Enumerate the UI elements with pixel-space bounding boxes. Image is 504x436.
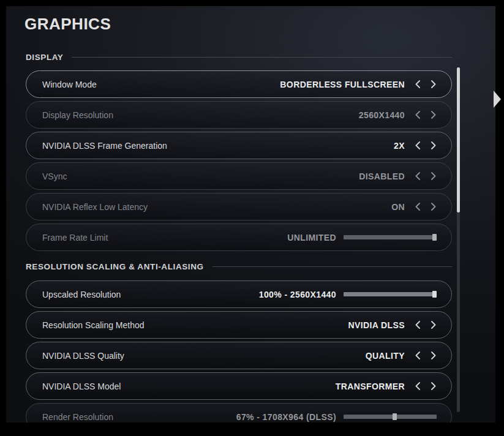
chevron-right-icon[interactable] <box>431 351 437 360</box>
setting-value: NVIDIA DLSS <box>348 320 405 330</box>
setting-value: QUALITY <box>366 351 405 361</box>
scrollbar[interactable] <box>457 67 460 412</box>
setting-label: Window Mode <box>42 80 97 89</box>
setting-row[interactable]: Frame Rate Limit UNLIMITED <box>26 224 452 251</box>
setting-label: NVIDIA DLSS Quality <box>42 351 124 361</box>
chevron-right-icon[interactable] <box>431 320 437 329</box>
chevron-left-icon[interactable] <box>415 351 421 360</box>
chevron-right-icon[interactable] <box>431 110 437 119</box>
chevron-left-icon[interactable] <box>415 171 421 181</box>
setting-control: BORDERLESS FULLSCREEN <box>280 80 437 89</box>
scrollbar-thumb[interactable] <box>457 67 460 212</box>
setting-row[interactable]: NVIDIA DLSS Model TRANSFORMER <box>26 372 452 400</box>
setting-label: Upscaled Resolution <box>42 290 121 299</box>
setting-value: 2560X1440 <box>359 110 405 120</box>
setting-label: Render Resolution <box>42 412 113 422</box>
section-title: DISPLAY <box>26 53 63 62</box>
setting-row[interactable]: Upscaled Resolution 100% - 2560X1440 <box>26 280 452 308</box>
setting-row[interactable]: Render Resolution 67% - 1708X964 (DLSS) <box>26 403 452 423</box>
chevron-left-icon[interactable] <box>415 110 421 119</box>
settings-panel: DISPLAY Window Mode BORDERLESS FULLSCREE… <box>26 52 452 423</box>
setting-control: 100% - 2560X1440 <box>259 290 437 299</box>
setting-value: DISABLED <box>359 171 405 181</box>
setting-row[interactable]: Resolution Scaling Method NVIDIA DLSS <box>26 311 452 339</box>
setting-value: BORDERLESS FULLSCREEN <box>280 80 405 89</box>
setting-row[interactable]: NVIDIA DLSS Frame Generation 2X <box>26 132 452 159</box>
chevron-right-icon[interactable] <box>431 171 437 181</box>
setting-control: TRANSFORMER <box>336 382 437 391</box>
setting-control: 2X <box>394 141 437 151</box>
setting-value: ON <box>391 202 405 212</box>
setting-row[interactable]: NVIDIA Reflex Low Latency ON <box>26 193 452 220</box>
setting-row[interactable]: Window Mode BORDERLESS FULLSCREEN <box>26 70 452 98</box>
slider-handle[interactable] <box>393 413 397 420</box>
setting-label: NVIDIA DLSS Model <box>42 382 121 391</box>
setting-slider[interactable] <box>344 235 437 239</box>
setting-control: UNLIMITED <box>287 233 437 242</box>
setting-control: NVIDIA DLSS <box>348 320 437 330</box>
settings-section: RESOLUTION SCALING & ANTI-ALIASING Upsca… <box>26 261 452 423</box>
setting-value: TRANSFORMER <box>336 382 405 391</box>
setting-control: 67% - 1708X964 (DLSS) <box>236 412 437 422</box>
setting-control: DISABLED <box>359 171 437 181</box>
setting-value: 2X <box>394 141 405 151</box>
setting-value: UNLIMITED <box>287 233 336 242</box>
setting-control: QUALITY <box>366 351 437 361</box>
setting-row[interactable]: Display Resolution 2560X1440 <box>26 101 452 129</box>
graphics-settings-screen: GRAPHICS DISPLAY Window Mode BORDERLESS … <box>6 6 495 423</box>
setting-value: 100% - 2560X1440 <box>259 290 336 299</box>
setting-label: NVIDIA DLSS Frame Generation <box>42 141 167 151</box>
section-divider <box>72 57 452 58</box>
chevron-right-icon[interactable] <box>431 382 437 391</box>
chevron-left-icon[interactable] <box>415 141 421 150</box>
chevron-right-icon[interactable] <box>431 202 437 211</box>
chevron-left-icon[interactable] <box>415 202 421 211</box>
chevron-right-icon[interactable] <box>431 141 437 150</box>
chevron-left-icon[interactable] <box>415 382 421 391</box>
setting-row[interactable]: NVIDIA DLSS Quality QUALITY <box>26 342 452 369</box>
chevron-left-icon[interactable] <box>415 80 421 89</box>
section-divider <box>213 266 452 267</box>
setting-control: 2560X1440 <box>359 110 437 120</box>
section-rows: Upscaled Resolution 100% - 2560X1440 Res… <box>26 280 452 423</box>
section-header: RESOLUTION SCALING & ANTI-ALIASING <box>26 261 452 271</box>
section-title: RESOLUTION SCALING & ANTI-ALIASING <box>26 262 204 271</box>
setting-label: VSync <box>42 171 67 181</box>
section-rows: Window Mode BORDERLESS FULLSCREEN Displa… <box>26 70 452 251</box>
slider-handle[interactable] <box>432 234 437 241</box>
chevron-right-icon[interactable] <box>431 80 437 89</box>
setting-row[interactable]: VSync DISABLED <box>26 162 452 190</box>
setting-control: ON <box>391 202 437 212</box>
setting-label: Frame Rate Limit <box>42 233 108 242</box>
setting-label: Display Resolution <box>42 110 113 120</box>
next-page-arrow-icon[interactable] <box>494 91 501 108</box>
chevron-left-icon[interactable] <box>415 320 421 329</box>
setting-label: Resolution Scaling Method <box>42 320 145 330</box>
setting-label: NVIDIA Reflex Low Latency <box>42 202 148 212</box>
setting-slider[interactable] <box>344 415 437 419</box>
setting-slider[interactable] <box>344 292 437 296</box>
setting-value: 67% - 1708X964 (DLSS) <box>236 412 336 422</box>
page-title: GRAPHICS <box>24 15 111 34</box>
slider-handle[interactable] <box>432 291 437 298</box>
section-header: DISPLAY <box>26 52 452 62</box>
settings-section: DISPLAY Window Mode BORDERLESS FULLSCREE… <box>26 52 452 251</box>
